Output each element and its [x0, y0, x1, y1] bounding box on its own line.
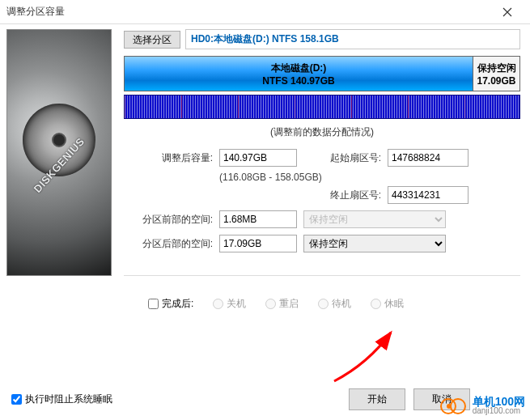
- space-before-input[interactable]: [219, 210, 297, 228]
- radio-shutdown: 关机: [213, 297, 246, 311]
- partition-name: 本地磁盘(D:): [271, 62, 327, 75]
- dialog-title: 调整分区容量: [6, 5, 491, 19]
- start-button[interactable]: 开始: [349, 388, 405, 410]
- watermark-logo-icon: [440, 397, 471, 414]
- prevent-sleep-label: 执行时阻止系统睡眠: [25, 392, 112, 406]
- watermark-url: danji100.com: [473, 407, 525, 415]
- end-sector-label: 终止扇区号:: [324, 189, 381, 202]
- close-icon: [502, 7, 512, 17]
- close-button[interactable]: [491, 0, 524, 23]
- start-sector-label: 起始扇区号:: [324, 151, 381, 165]
- selected-partition-label: HD0:本地磁盘(D:) NTFS 158.1GB: [185, 29, 520, 49]
- space-after-select[interactable]: 保持空闲: [303, 235, 446, 252]
- allocation-caption: (调整前的数据分配情况): [124, 125, 520, 139]
- disk-brand-label: DISKGENIUS: [32, 135, 87, 195]
- free-segment-size: 17.09GB: [477, 75, 515, 87]
- size-after-label: 调整后容量:: [124, 151, 213, 165]
- radio-hibernate: 休眠: [371, 297, 404, 311]
- partition-free-segment: 保持空闲 17.09GB: [473, 57, 519, 91]
- size-after-input[interactable]: [219, 149, 297, 167]
- radio-restart: 重启: [265, 297, 299, 311]
- space-after-input[interactable]: [219, 235, 297, 252]
- partition-used-segment: 本地磁盘(D:) NTFS 140.97GB: [125, 57, 473, 91]
- size-range-note: (116.08GB - 158.05GB): [219, 172, 520, 183]
- partition-size-bar[interactable]: 本地磁盘(D:) NTFS 140.97GB 保持空闲 17.09GB: [124, 56, 520, 91]
- prevent-sleep-checkbox[interactable]: 执行时阻止系统睡眠: [11, 392, 112, 406]
- start-sector-input[interactable]: [388, 149, 469, 167]
- after-complete-label: 完成后:: [162, 297, 193, 311]
- data-allocation-strip: [124, 95, 520, 119]
- space-before-select: 保持空闲: [303, 210, 446, 228]
- select-partition-button[interactable]: 选择分区: [124, 31, 180, 49]
- free-segment-label: 保持空闲: [477, 62, 516, 75]
- space-before-label: 分区前部的空间:: [124, 213, 213, 227]
- disk-illustration: DISKGENIUS: [6, 29, 112, 276]
- space-after-label: 分区后部的空间:: [124, 237, 213, 251]
- watermark: 单机100网 danji100.com: [440, 396, 525, 415]
- partition-fs-size: NTFS 140.97GB: [262, 75, 334, 87]
- radio-standby: 待机: [318, 297, 351, 311]
- end-sector-input[interactable]: [388, 186, 469, 204]
- after-complete-checkbox[interactable]: 完成后:: [148, 297, 193, 311]
- watermark-name: 单机100网: [473, 396, 525, 407]
